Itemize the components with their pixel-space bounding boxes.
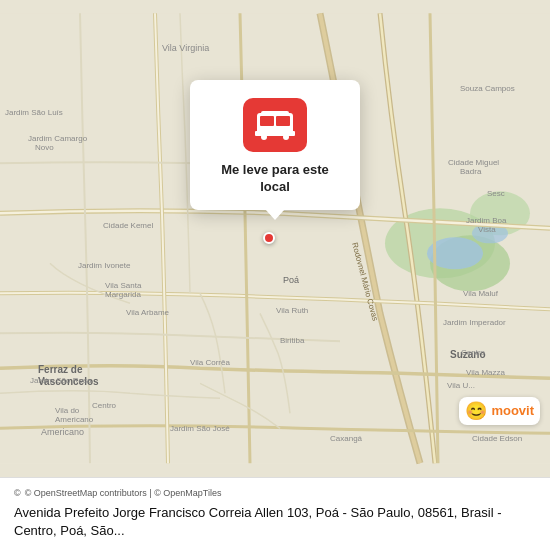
svg-text:Vila Maluf: Vila Maluf: [463, 289, 499, 298]
navigate-button[interactable]: Me leve para este local: [214, 162, 336, 196]
svg-text:Jardim Boa: Jardim Boa: [466, 216, 507, 225]
svg-rect-48: [255, 131, 295, 136]
svg-text:Jardim São José: Jardim São José: [170, 424, 230, 433]
address-text: Avenida Prefeito Jorge Francisco Correia…: [14, 504, 536, 540]
svg-text:Caxangá: Caxangá: [330, 434, 363, 443]
moovit-emoji: 😊: [465, 400, 487, 422]
svg-rect-49: [261, 111, 289, 115]
bottom-info-panel: © © OpenStreetMap contributors | © OpenM…: [0, 477, 550, 550]
svg-rect-44: [260, 116, 274, 126]
svg-text:Poá: Poá: [283, 275, 299, 285]
svg-text:Vista: Vista: [478, 225, 496, 234]
svg-text:Vila Virginia: Vila Virginia: [162, 43, 209, 53]
svg-text:Margarida: Margarida: [105, 290, 142, 299]
svg-text:Vila Ruth: Vila Ruth: [276, 306, 308, 315]
moovit-brand-text: moovit: [491, 403, 534, 418]
svg-text:Jardim Imperador: Jardim Imperador: [443, 318, 506, 327]
map-area[interactable]: Rodovnel Mário Covas Ferraz de Vasconcel…: [0, 0, 550, 477]
popup-icon-background: [243, 98, 307, 152]
svg-text:Cidade Kemel: Cidade Kemel: [103, 221, 153, 230]
bus-stop-icon: [253, 107, 297, 143]
svg-text:Vila Mazza: Vila Mazza: [466, 368, 506, 377]
svg-text:Centro: Centro: [92, 401, 117, 410]
svg-text:Americano: Americano: [55, 415, 94, 424]
svg-text:Centro: Centro: [461, 348, 486, 357]
svg-text:Jardim Camargo: Jardim Camargo: [28, 134, 88, 143]
copyright-symbol: ©: [14, 488, 21, 498]
svg-text:Jardim Ivonete: Jardim Ivonete: [78, 261, 131, 270]
svg-text:Sesc: Sesc: [487, 189, 505, 198]
svg-text:Vila Corrêa: Vila Corrêa: [190, 358, 230, 367]
svg-text:Novo: Novo: [35, 143, 54, 152]
svg-text:Jardim São Rosa: Jardim São Rosa: [30, 376, 92, 385]
map-pin-marker: [263, 232, 275, 244]
svg-text:Vila U...: Vila U...: [447, 381, 475, 390]
attribution-text: © OpenStreetMap contributors | © OpenMap…: [25, 488, 222, 498]
svg-text:Vila Arbame: Vila Arbame: [126, 308, 170, 317]
svg-text:Jardim São Luís: Jardim São Luís: [5, 108, 63, 117]
svg-text:Vila do: Vila do: [55, 406, 80, 415]
attribution-row: © © OpenStreetMap contributors | © OpenM…: [14, 488, 536, 498]
svg-text:Americano: Americano: [41, 427, 84, 437]
svg-text:Ferraz de: Ferraz de: [38, 364, 83, 375]
app-container: Rodovnel Mário Covas Ferraz de Vasconcel…: [0, 0, 550, 550]
svg-text:Biritiba: Biritiba: [280, 336, 305, 345]
svg-text:Cidade Miguel: Cidade Miguel: [448, 158, 499, 167]
svg-rect-45: [276, 116, 290, 126]
svg-text:Cidade Edson: Cidade Edson: [472, 434, 522, 443]
svg-text:Badra: Badra: [460, 167, 482, 176]
moovit-logo: 😊 moovit: [459, 397, 540, 425]
svg-text:Vila Santa: Vila Santa: [105, 281, 142, 290]
svg-text:Souza Campos: Souza Campos: [460, 84, 515, 93]
location-popup: Me leve para este local: [190, 80, 360, 210]
